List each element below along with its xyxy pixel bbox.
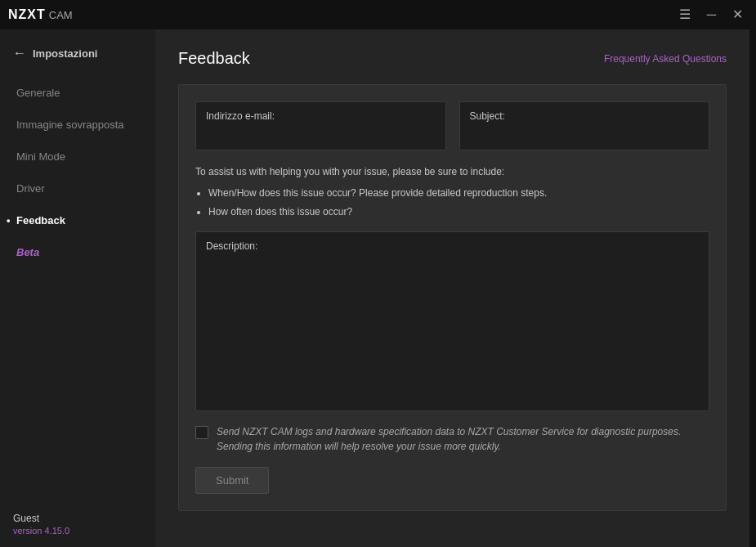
sidebar-footer: Guest version 4.15.0: [0, 501, 155, 547]
main-header: Feedback Frequently Asked Questions: [178, 49, 727, 68]
menu-button[interactable]: ☰: [674, 7, 696, 23]
sidebar-item-generale[interactable]: Generale: [0, 77, 155, 109]
sidebar-item-feedback[interactable]: Feedback: [0, 204, 155, 236]
sidebar-item-immagine-label: Immagine sovrapposta: [16, 119, 124, 131]
sidebar-item-mini-label: Mini Mode: [16, 150, 65, 163]
logo-cam: CAM: [49, 9, 73, 21]
description-textarea[interactable]: [206, 257, 699, 402]
email-field-container: Indirizzo e-mail:: [195, 101, 446, 150]
email-input[interactable]: [206, 127, 436, 139]
sidebar-user: Guest: [13, 513, 142, 524]
scrollbar-strip: [749, 29, 756, 547]
titlebar: NZXT CAM ☰ ─ ✕: [0, 0, 756, 29]
email-label: Indirizzo e-mail:: [206, 110, 436, 122]
sidebar-item-beta-label: Beta: [16, 246, 39, 258]
subject-input[interactable]: [470, 127, 700, 139]
sidebar-item-feedback-label: Feedback: [16, 214, 65, 226]
window-controls: ☰ ─ ✕: [674, 7, 748, 23]
description-box: Description:: [195, 231, 709, 411]
instructions-intro: To assist us with helping you with your …: [195, 166, 504, 177]
close-button[interactable]: ✕: [727, 7, 748, 23]
submit-button[interactable]: Submit: [195, 467, 269, 494]
sidebar-item-driver-label: Driver: [16, 182, 45, 195]
sidebar-version: version 4.15.0: [13, 526, 142, 536]
description-label: Description:: [206, 240, 699, 252]
app-body: ← Impostazioni Generale Immagine sovrapp…: [0, 29, 756, 547]
sidebar-back-button[interactable]: ← Impostazioni: [0, 38, 155, 69]
app-logo: NZXT CAM: [8, 7, 73, 22]
minimize-button[interactable]: ─: [702, 7, 721, 23]
sidebar-item-driver[interactable]: Driver: [0, 173, 155, 204]
instructions-item-1: When/How does this issue occur? Please p…: [208, 185, 709, 203]
logo-nzxt: NZXT: [8, 7, 46, 22]
sidebar-item-immagine-sovrapposta[interactable]: Immagine sovrapposta: [0, 109, 155, 141]
sidebar: ← Impostazioni Generale Immagine sovrapp…: [0, 29, 155, 547]
logs-checkbox-row: Send NZXT CAM logs and hardware specific…: [195, 424, 709, 454]
sidebar-item-generale-label: Generale: [16, 87, 60, 99]
sidebar-item-mini-mode[interactable]: Mini Mode: [0, 141, 155, 173]
sidebar-item-beta[interactable]: Beta: [0, 236, 155, 268]
instructions-list: When/How does this issue occur? Please p…: [195, 185, 709, 222]
faq-link[interactable]: Frequently Asked Questions: [604, 53, 727, 65]
subject-label: Subject:: [470, 110, 700, 122]
logs-checkbox-label: Send NZXT CAM logs and hardware specific…: [217, 424, 709, 454]
form-row-top: Indirizzo e-mail: Subject:: [195, 101, 709, 150]
page-title: Feedback: [178, 49, 250, 68]
instructions-item-2: How often does this issue occur?: [208, 204, 709, 222]
sidebar-nav: Generale Immagine sovrapposta Mini Mode …: [0, 77, 155, 501]
logs-checkbox[interactable]: [195, 426, 208, 439]
feedback-form: Indirizzo e-mail: Subject: To assist us …: [178, 84, 727, 511]
subject-field-container: Subject:: [459, 101, 710, 150]
instructions: To assist us with helping you with your …: [195, 164, 709, 222]
main-content: Feedback Frequently Asked Questions Indi…: [155, 29, 749, 547]
sidebar-back-label: Impostazioni: [33, 47, 97, 60]
back-arrow-icon: ←: [13, 46, 26, 61]
